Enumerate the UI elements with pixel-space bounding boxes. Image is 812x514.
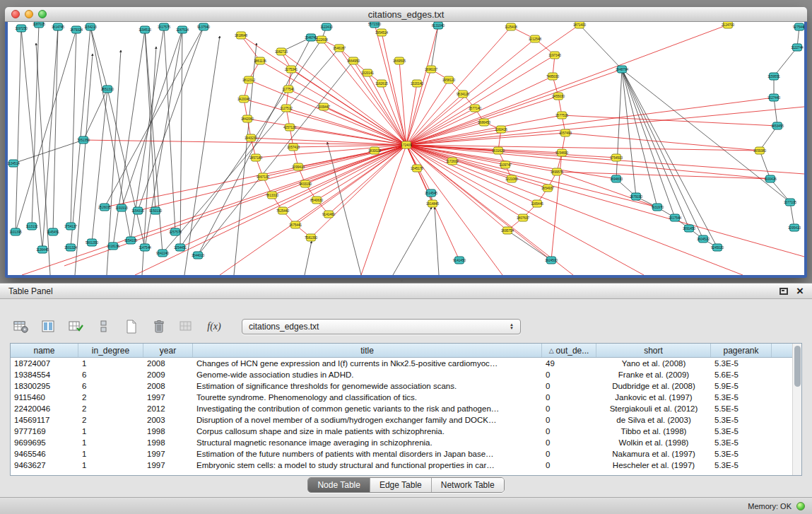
column-header-name[interactable]: name <box>11 344 78 357</box>
table-row[interactable]: 1872400712008Changes of HCN gene express… <box>11 358 792 369</box>
selected-network: citations_edges.txt <box>249 322 319 332</box>
node-label: 2275341 <box>285 68 298 71</box>
cell-short: Franke et al. (2009) <box>596 369 711 380</box>
column-header-pagerank[interactable]: pagerank <box>711 344 772 357</box>
node-label: 1514545 <box>425 192 437 195</box>
column-header-short[interactable]: short <box>596 344 711 357</box>
window-titlebar[interactable]: citations_edges.txt <box>5 7 807 22</box>
column-header-out_degree[interactable]: △out_de... <box>542 344 596 357</box>
close-panel-icon[interactable]: × <box>796 286 804 296</box>
table-tabs: Node TableEdge TableNetwork Table <box>0 477 812 493</box>
cell-short: Hescheler et al. (1997) <box>596 460 711 471</box>
cell-out_degree: 0 <box>542 448 596 460</box>
graph-edge <box>107 89 145 247</box>
close-window-button[interactable] <box>11 10 20 18</box>
cell-in_degree: 2 <box>78 392 143 403</box>
new-table-icon[interactable] <box>123 319 140 334</box>
node-label: 1165445 <box>531 202 543 206</box>
node-label: 1958120 <box>442 78 455 82</box>
table-row[interactable]: 2242004622012Investigating the contribut… <box>11 403 792 414</box>
cell-out_degree: 49 <box>542 358 596 369</box>
cell-pagerank: 5.3E-5 <box>711 414 772 426</box>
memory-status-label: Memory: OK <box>748 502 792 510</box>
cell-in_degree: 1 <box>78 437 143 448</box>
column-header-year[interactable]: year <box>143 344 193 357</box>
node-label: 1147544 <box>139 246 151 250</box>
node-label: 1604522 <box>697 238 710 241</box>
graph-edge <box>579 25 622 69</box>
cell-short: Dudbridge et al. (2008) <box>596 380 711 392</box>
graph-edge <box>83 89 107 140</box>
graph-edge <box>406 39 535 145</box>
graph-edge <box>361 145 406 275</box>
graph-edge <box>291 69 406 145</box>
node-label: 1162615 <box>375 82 388 86</box>
node-label: 2651310 <box>101 88 114 91</box>
network-table-selector[interactable]: citations_edges.txt ▲▼ <box>242 319 521 334</box>
cell-pagerank: 5.9E-5 <box>711 380 772 392</box>
row-height-icon[interactable] <box>95 319 112 334</box>
cell-in_degree: 2 <box>78 403 143 414</box>
node-label: 1054105 <box>124 239 137 243</box>
node-label: 1830022 <box>368 149 381 153</box>
node-label: 1654937 <box>541 187 554 190</box>
tab-edge-table[interactable]: Edge Table <box>370 478 431 492</box>
cell-year: 2008 <box>143 358 193 369</box>
function-builder-icon[interactable]: f(x) <box>206 319 223 334</box>
cell-out_degree: 0 <box>542 380 596 392</box>
float-panel-icon[interactable] <box>779 288 788 295</box>
delete-table-icon[interactable] <box>151 319 167 334</box>
graph-edge <box>184 36 220 275</box>
import-table-icon[interactable] <box>178 319 195 334</box>
node-label: 1914845 <box>426 202 439 206</box>
cell-name: 9463627 <box>11 460 78 471</box>
graph-edge <box>220 145 406 275</box>
table-scrollbar[interactable] <box>792 344 801 475</box>
graph-edge <box>42 27 58 250</box>
zoom-window-button[interactable] <box>38 10 47 18</box>
cell-title: Tourette syndrome. Phenomenology and cla… <box>193 392 542 403</box>
table-row[interactable]: 977716911998Corpus callosum shape and si… <box>11 426 792 437</box>
node-label: 1691450 <box>683 227 695 230</box>
column-header-title[interactable]: title <box>193 344 542 357</box>
table-row[interactable]: 946554611997Estimation of the future num… <box>11 448 792 460</box>
network-canvas[interactable]: 1724091818648186113618123121420046184206… <box>8 22 804 275</box>
graph-edge <box>406 25 579 145</box>
cell-name: 22420046 <box>11 403 78 414</box>
scrollbar-thumb[interactable] <box>794 346 801 387</box>
node-label: 1675441 <box>289 223 302 227</box>
graph-edge <box>92 89 107 243</box>
table-row[interactable]: 1456911722003Disruption of a novel membe… <box>11 414 792 426</box>
table-settings-icon[interactable] <box>13 319 30 334</box>
table-row[interactable]: 946362711997Embryonic stem cells: a mode… <box>11 460 792 471</box>
node-label: 1194513 <box>139 28 151 32</box>
node-label: 1191913 <box>115 206 128 210</box>
node-label: 1145451 <box>47 230 59 234</box>
table-row[interactable]: 911546021997Tourette syndrome. Phenomeno… <box>11 392 792 403</box>
show-columns-icon[interactable] <box>40 319 57 334</box>
cell-out_degree: 0 <box>542 392 596 403</box>
minimize-window-button[interactable] <box>25 10 33 18</box>
cell-short: Wolkin et al. (1998) <box>596 437 711 448</box>
tab-node-table[interactable]: Node Table <box>308 478 370 492</box>
graph-edge <box>249 80 406 145</box>
cell-pagerank: 5.3E-5 <box>711 426 772 437</box>
node-label: 1871400 <box>573 23 586 27</box>
tab-network-table[interactable]: Network Table <box>431 478 504 492</box>
graph-edge <box>32 24 39 226</box>
table-edit-icon[interactable] <box>68 319 85 334</box>
node-label: 1861136 <box>254 59 266 63</box>
node-label: 9141450 <box>453 259 466 262</box>
column-header-in_degree[interactable]: in_degree <box>78 344 143 357</box>
node-label: 9534120 <box>457 93 469 96</box>
node-label: 9154690 <box>555 151 568 155</box>
node-label: 1057493 <box>559 132 572 135</box>
table-row[interactable]: 1830029562008Estimation of significance … <box>11 380 792 392</box>
cell-title: Embryonic stem cells: a model to study s… <box>193 460 542 471</box>
cell-year: 1998 <box>143 437 193 448</box>
node-label: 1695754 <box>501 229 514 233</box>
table-row[interactable]: 969969511998Structural magnetic resonanc… <box>11 437 792 448</box>
node-label: 1082715 <box>275 50 288 54</box>
table-row[interactable]: 1938455462009Genome-wide association stu… <box>11 369 792 380</box>
node-label: 1154213 <box>84 25 97 29</box>
